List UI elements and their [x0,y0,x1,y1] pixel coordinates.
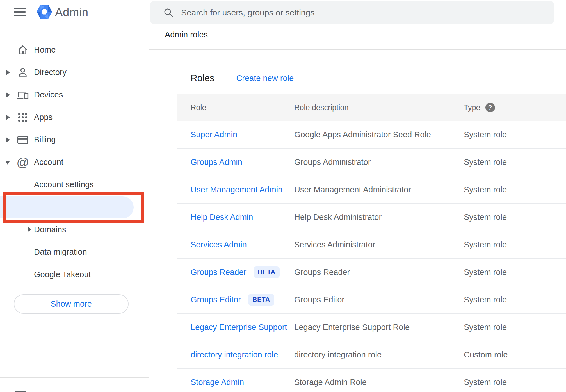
home-icon [16,44,29,56]
role-type: System role [464,130,566,139]
role-type: System role [464,240,566,249]
table-row: Groups Editor BETA Groups Editor System … [177,286,566,314]
expand-caret-icon[interactable] [28,227,31,232]
role-link[interactable]: Services Admin [191,240,247,249]
role-link[interactable]: Super Admin [191,130,237,139]
person-icon [16,66,29,79]
main-content: Admin roles Roles Create new role Role R… [149,0,566,392]
table-row: Super Admin Google Apps Administrator Se… [177,121,566,149]
table-header-row: Role Role description Type ? [177,94,566,121]
sidebar-item-google-takeout[interactable]: Google Takeout [0,263,149,286]
table-row: Groups Reader BETA Groups Reader System … [177,259,566,286]
role-description: Help Desk Administrator [294,213,464,222]
breadcrumb-bar: Admin roles [149,24,566,50]
hamburger-menu-icon[interactable] [14,8,26,16]
role-type: Custom role [464,350,566,359]
column-header-description: Role description [294,103,464,112]
table-row: Storage Admin Storage Admin Role System … [177,369,566,392]
show-more-button[interactable]: Show more [14,294,129,314]
sidebar-item-label: Billing [34,128,56,151]
role-type: System role [464,295,566,304]
app-title: Admin [55,6,88,19]
sidebar-item-account[interactable]: @ Account [0,151,149,173]
sidebar-item-label: Account [34,151,63,173]
sidebar-item-label: Home [34,38,56,61]
search-bar[interactable] [150,1,554,24]
beta-badge: BETA [248,294,274,306]
sidebar-item-label: Devices [34,83,63,106]
role-description: Services Administrator [294,240,464,249]
role-link[interactable]: Groups Reader [191,268,246,277]
table-row: User Management Admin User Management Ad… [177,176,566,204]
role-description: Groups Administrator [294,158,464,167]
role-description: Groups Reader [294,268,464,277]
sidebar-item-label: Domains [34,218,66,241]
cutoff-icon [15,391,26,392]
table-row: directory integration role directory int… [177,341,566,369]
column-header-type-label: Type [464,103,480,112]
at-icon: @ [16,156,29,169]
sidebar-item-data-migration[interactable]: Data migration [0,241,149,263]
sidebar-bottom-divider [0,377,149,378]
admin-logo-icon [36,3,53,20]
role-description: Legacy Enterprise Support Role [294,323,464,332]
sidebar-item-billing[interactable]: Billing [0,128,149,151]
role-type: System role [464,378,566,387]
table-row: Groups Admin Groups Administrator System… [177,149,566,176]
role-type: System role [464,268,566,277]
sidebar-item-devices[interactable]: Devices [0,83,149,106]
expand-caret-icon[interactable] [6,137,10,142]
roles-card: Roles Create new role Role Role descript… [177,62,566,392]
sidebar-item-home[interactable]: Home [0,38,149,61]
sidebar-nav: Home Directory Dev [0,38,149,286]
sidebar-item-label: Data migration [34,241,87,263]
role-type: System role [464,323,566,332]
role-link[interactable]: Groups Admin [191,158,242,167]
billing-card-icon [16,133,29,146]
beta-badge: BETA [254,266,280,278]
card-title: Roles [191,73,214,83]
table-row: Help Desk Admin Help Desk Administrator … [177,204,566,231]
expand-caret-icon[interactable] [6,70,10,75]
sidebar-item-apps[interactable]: Apps [0,106,149,128]
roles-card-header: Roles Create new role [177,62,566,94]
sidebar-item-label: Directory [34,61,67,83]
sidebar-item-account-settings[interactable]: Account settings [0,173,149,196]
role-link[interactable]: Help Desk Admin [191,213,253,222]
role-description: Storage Admin Role [294,378,464,387]
role-link[interactable]: directory integration role [191,350,278,359]
table-row: Legacy Enterprise Support Legacy Enterpr… [177,314,566,341]
sidebar-item-domains[interactable]: Domains [0,218,149,241]
search-input[interactable] [181,8,518,17]
admin-console: Admin Home Directory [0,0,566,392]
expand-caret-icon[interactable] [6,92,10,97]
role-type: System role [464,158,566,167]
create-new-role-link[interactable]: Create new role [236,74,294,83]
selected-item-highlight [0,196,134,218]
search-icon [163,8,174,18]
role-description: directory integration role [294,350,464,359]
role-link[interactable]: Legacy Enterprise Support [191,323,287,332]
help-icon[interactable]: ? [485,103,495,112]
role-type: System role [464,185,566,194]
role-link[interactable]: Groups Editor [191,295,241,304]
collapse-caret-icon[interactable] [5,161,10,165]
role-description: Google Apps Administrator Seed Role [294,130,464,139]
table-row: Services Admin Services Administrator Sy… [177,231,566,259]
app-header: Admin [0,0,149,24]
role-link[interactable]: Storage Admin [191,378,244,387]
column-header-role: Role [191,103,294,112]
role-description: User Management Administrator [294,185,464,194]
role-type: System role [464,213,566,222]
column-header-type: Type ? [464,103,566,112]
sidebar-item-label: Google Takeout [34,263,91,286]
role-link[interactable]: User Management Admin [191,185,282,194]
apps-grid-icon [16,111,29,124]
sidebar-item-directory[interactable]: Directory [0,61,149,83]
sidebar-item-label: Account settings [34,173,94,196]
expand-caret-icon[interactable] [6,115,10,120]
role-description: Groups Editor [294,295,464,304]
sidebar-item-label: Apps [34,106,53,128]
sidebar: Admin Home Directory [0,0,149,392]
devices-icon [16,88,29,101]
